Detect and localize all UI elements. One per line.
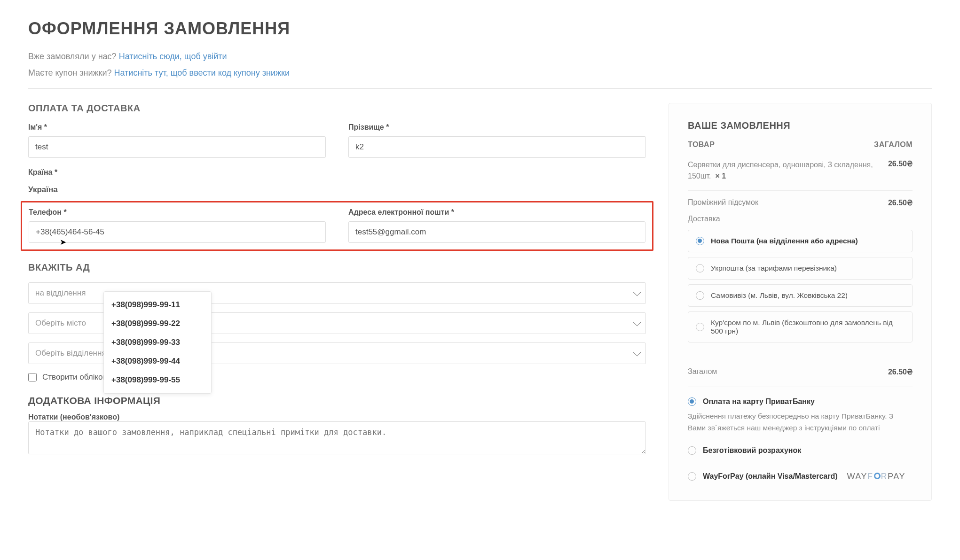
last-name-input[interactable] bbox=[348, 136, 646, 158]
autocomplete-item[interactable]: +38(098)999-99-44 bbox=[104, 352, 211, 371]
autocomplete-item[interactable]: +38(098)999-99-22 bbox=[104, 314, 211, 333]
shipping-option-pickup[interactable]: Самовивіз (м. Львів, вул. Жовківська 22) bbox=[688, 284, 913, 307]
total-label: Загалом bbox=[688, 367, 717, 376]
phone-input[interactable] bbox=[29, 221, 326, 243]
phone-autocomplete-dropdown[interactable]: +38(098)999-99-11 +38(098)999-99-22 +38(… bbox=[103, 291, 212, 394]
contact-highlight-box: Телефон * Адреса електронної пошти * ➤ bbox=[21, 201, 653, 251]
item-price: 26.50₴ bbox=[888, 159, 913, 168]
coupon-notice: Маєте купон знижки? Натисніть тут, щоб в… bbox=[28, 68, 932, 78]
shipping-label: Доставка bbox=[688, 215, 913, 223]
coupon-link[interactable]: Натисніть тут, щоб ввести код купону зни… bbox=[114, 68, 290, 78]
radio-checked-icon bbox=[688, 397, 696, 406]
page-title: ОФОРМЛЕННЯ ЗАМОВЛЕННЯ bbox=[28, 19, 932, 39]
phone-label: Телефон * bbox=[29, 208, 326, 217]
last-name-label: Прізвище * bbox=[348, 123, 646, 132]
order-summary-panel: ВАШЕ ЗАМОВЛЕННЯ ТОВАР ЗАГАЛОМ Серветки д… bbox=[669, 103, 932, 501]
shipping-option-label: Укрпошта (за тарифами перевізника) bbox=[711, 264, 837, 272]
subtotal-value: 26.50₴ bbox=[888, 198, 913, 207]
delivery-type-placeholder: на відділення bbox=[35, 288, 86, 298]
autocomplete-item[interactable]: +38(098)999-99-55 bbox=[104, 371, 211, 389]
payment-option-label: Оплата на карту ПриватБанку bbox=[703, 397, 815, 406]
radio-icon bbox=[696, 291, 704, 300]
login-prompt-text: Вже замовляли у нас? bbox=[28, 52, 117, 61]
item-qty: × 1 bbox=[715, 172, 726, 180]
notes-label: Нотатки (необов'язково) bbox=[28, 413, 119, 421]
chevron-down-icon bbox=[633, 348, 641, 356]
first-name-label: Ім'я * bbox=[28, 123, 326, 132]
payment-option-label: WayForPay (онлайн Visa/Mastercard) bbox=[703, 472, 838, 481]
radio-icon bbox=[688, 472, 696, 481]
shipping-option-ukrposhta[interactable]: Укрпошта (за тарифами перевізника) bbox=[688, 257, 913, 280]
delivery-branch-placeholder: Оберіть відділення bbox=[35, 349, 106, 358]
total-value: 26.50₴ bbox=[888, 367, 913, 376]
email-input[interactable] bbox=[348, 221, 645, 243]
shipping-option-novaposhta[interactable]: Нова Пошта (на відділення або адресна) bbox=[688, 230, 913, 252]
order-heading: ВАШЕ ЗАМОВЛЕННЯ bbox=[688, 120, 913, 131]
login-notice: Вже замовляли у нас? Натисніть сюди, щоб… bbox=[28, 52, 932, 62]
autocomplete-item[interactable]: +38(098)999-99-33 bbox=[104, 333, 211, 352]
col-total: ЗАГАЛОМ bbox=[874, 140, 913, 149]
coupon-prompt-text: Маєте купон знижки? bbox=[28, 68, 111, 78]
delivery-heading: ВКАЖІТЬ АД bbox=[28, 262, 646, 273]
shipping-option-label: Кур'єром по м. Львів (безкоштовно для за… bbox=[711, 319, 905, 335]
shipping-option-courier[interactable]: Кур'єром по м. Львів (безкоштовно для за… bbox=[688, 311, 913, 342]
billing-heading: ОПЛАТА ТА ДОСТАВКА bbox=[28, 103, 646, 114]
wayforpay-logo: WAYFRPAY bbox=[847, 472, 905, 482]
email-label: Адреса електронної пошти * bbox=[348, 208, 645, 217]
autocomplete-item[interactable]: +38(098)999-99-11 bbox=[104, 296, 211, 314]
chevron-down-icon bbox=[633, 288, 641, 296]
create-account-checkbox[interactable] bbox=[28, 373, 37, 381]
payment-option-wayforpay[interactable]: WayForPay (онлайн Visa/Mastercard) WAYFR… bbox=[688, 472, 913, 482]
login-link[interactable]: Натисніть сюди, щоб увійти bbox=[119, 52, 227, 61]
radio-icon bbox=[688, 446, 696, 455]
notes-textarea[interactable] bbox=[28, 421, 646, 454]
extra-info-heading: ДОДАТКОВА ІНФОРМАЦІЯ bbox=[28, 395, 646, 406]
divider bbox=[28, 88, 932, 89]
subtotal-label: Проміжний підсумок bbox=[688, 198, 758, 207]
payment-option-label: Безготівковий розрахунок bbox=[703, 446, 801, 455]
country-label: Країна * bbox=[28, 168, 646, 177]
delivery-city-placeholder: Оберіть місто bbox=[35, 319, 86, 328]
col-product: ТОВАР bbox=[688, 140, 715, 149]
shipping-option-label: Самовивіз (м. Львів, вул. Жовківська 22) bbox=[711, 291, 848, 300]
shipping-option-label: Нова Пошта (на відділення або адресна) bbox=[711, 237, 858, 245]
payment-description: Здійснення платежу безпосередньо на карт… bbox=[688, 411, 913, 434]
chevron-down-icon bbox=[633, 318, 641, 326]
radio-icon bbox=[696, 264, 704, 272]
payment-option-privat[interactable]: Оплата на карту ПриватБанку bbox=[688, 397, 913, 406]
payment-option-cashless[interactable]: Безготівковий розрахунок bbox=[688, 446, 913, 455]
radio-icon bbox=[696, 323, 704, 331]
first-name-input[interactable] bbox=[28, 136, 326, 158]
country-value: Україна bbox=[28, 185, 646, 194]
radio-checked-icon bbox=[696, 237, 704, 245]
